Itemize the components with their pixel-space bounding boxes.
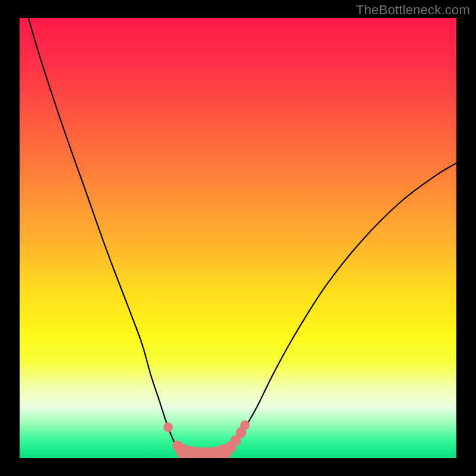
- chart-frame: TheBottleneck.com: [0, 0, 476, 476]
- gradient-background: [20, 18, 456, 458]
- watermark-text: TheBottleneck.com: [356, 2, 470, 18]
- marker-point: [164, 422, 173, 432]
- marker-point: [240, 421, 250, 430]
- plot-area: [20, 18, 456, 458]
- plot-svg: [20, 18, 456, 458]
